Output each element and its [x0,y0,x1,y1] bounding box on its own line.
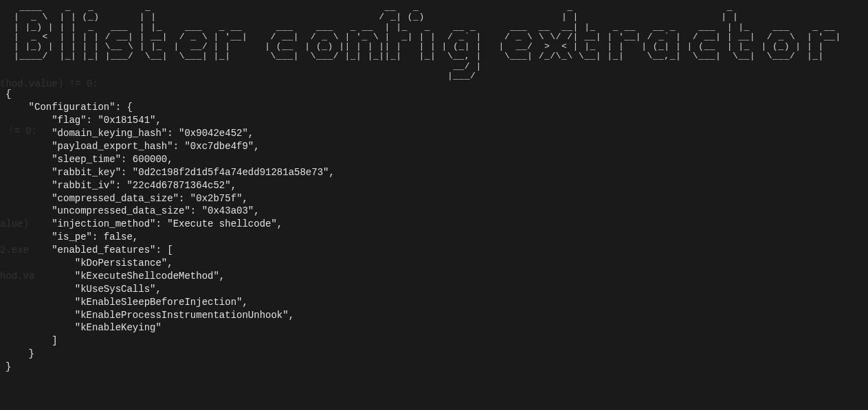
ascii-banner: ____ _ _ _ __ _ _ _ | _ \ | | (_) | | [0,0,868,81]
json-output: { "Configuration": { "flag": "0x181541",… [0,81,868,374]
